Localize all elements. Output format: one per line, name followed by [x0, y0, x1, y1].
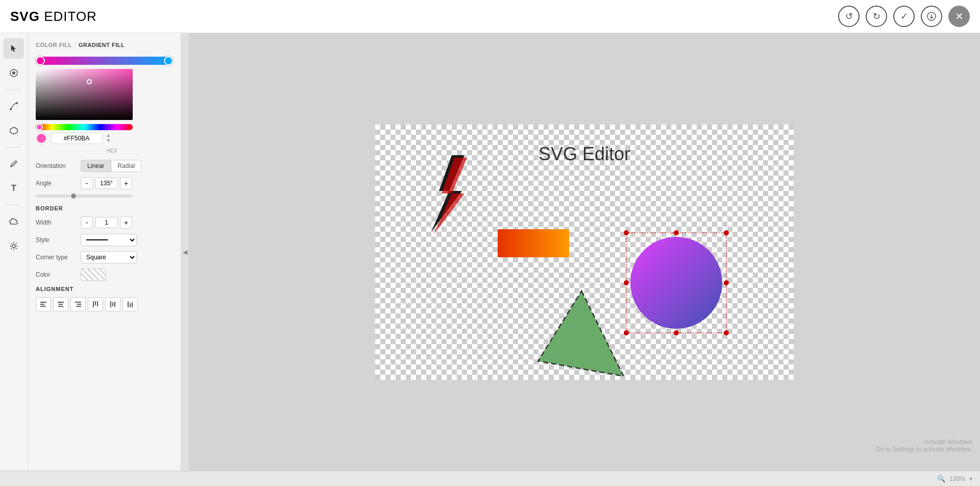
align-bottom-icon: [127, 301, 134, 308]
gradient-track[interactable]: [36, 57, 173, 65]
handle-ml[interactable]: [624, 280, 629, 285]
angle-slider-thumb[interactable]: [70, 192, 77, 200]
corner-type-select[interactable]: Square Round Bevel: [81, 251, 137, 263]
sidebar-separator-2: [6, 147, 21, 148]
svg-rect-21: [97, 301, 98, 306]
handle-tr[interactable]: [724, 230, 729, 235]
handle-br[interactable]: [724, 330, 729, 335]
rect-shape[interactable]: [498, 229, 569, 257]
shape-tool[interactable]: [4, 63, 24, 83]
status-bar: 🔍 100% ▾: [0, 471, 980, 486]
close-button[interactable]: ✕: [948, 6, 970, 27]
gear-icon: [9, 241, 18, 251]
angle-increment-btn[interactable]: +: [120, 177, 132, 189]
svg-rect-15: [58, 306, 63, 307]
border-width-stepper: - 1 +: [81, 216, 132, 229]
hex-input[interactable]: [51, 133, 102, 144]
hex-spinner[interactable]: ▲ ▼: [106, 133, 111, 143]
cloud-tool[interactable]: [4, 211, 24, 232]
border-width-decrement-btn[interactable]: -: [81, 216, 93, 229]
align-left-btn[interactable]: [36, 297, 51, 311]
app-title-svg: SVG: [10, 9, 40, 24]
color-picker-saturation[interactable]: [36, 69, 133, 120]
svg-point-5: [10, 108, 12, 110]
svg-rect-13: [58, 302, 64, 303]
tab-separator: /: [75, 41, 76, 49]
border-style-select[interactable]: ━━━━━━ - - - - · · · ·: [81, 234, 137, 246]
angle-label: Angle: [36, 180, 77, 187]
handle-tl[interactable]: [624, 230, 629, 235]
align-left-icon: [40, 301, 47, 308]
svg-point-4: [12, 71, 15, 75]
align-top-btn[interactable]: [88, 297, 103, 311]
text-icon: T: [11, 184, 16, 193]
select-tool[interactable]: [4, 38, 24, 59]
path-icon: [9, 126, 18, 135]
svg-rect-16: [75, 302, 81, 303]
gradient-thumb-left[interactable]: [36, 56, 45, 65]
align-top-icon: [92, 301, 99, 308]
tab-gradient-fill[interactable]: GRADIENT FILL: [79, 41, 125, 49]
settings-tool[interactable]: [4, 236, 24, 256]
border-width-label: Width: [36, 219, 77, 226]
angle-decrement-btn[interactable]: -: [81, 177, 93, 189]
svg-rect-19: [93, 301, 94, 307]
angle-row: Angle - 135° +: [36, 177, 173, 189]
angle-slider[interactable]: [36, 195, 133, 198]
tab-color-fill[interactable]: COLOR FILL: [36, 41, 72, 49]
handle-bl[interactable]: [624, 330, 629, 335]
orientation-row: Orientation Linear Radial: [36, 160, 173, 172]
download-button[interactable]: [921, 6, 942, 27]
svg-rect-14: [59, 304, 63, 305]
svg-rect-18: [76, 306, 81, 307]
border-width-value[interactable]: 1: [95, 217, 118, 228]
align-middle-h-btn[interactable]: [105, 297, 120, 311]
undo-button[interactable]: ↺: [838, 6, 860, 27]
spinner-down[interactable]: ▼: [106, 138, 111, 143]
app-title: SVG EDITOR: [10, 9, 97, 25]
hue-thumb[interactable]: [36, 124, 43, 131]
confirm-button[interactable]: ✓: [893, 6, 915, 27]
handle-mr[interactable]: [724, 280, 729, 285]
orientation-radial-btn[interactable]: Radial: [111, 160, 141, 172]
border-width-increment-btn[interactable]: +: [120, 216, 132, 229]
align-bottom-btn[interactable]: [122, 297, 138, 311]
text-tool[interactable]: T: [4, 178, 24, 199]
border-color-swatch[interactable]: [81, 269, 106, 281]
svg-rect-12: [40, 306, 45, 307]
handle-tc[interactable]: [674, 230, 679, 235]
align-right-btn[interactable]: [70, 297, 86, 311]
canvas[interactable]: SVG Editor: [375, 125, 794, 380]
border-color-row: Color: [36, 269, 173, 281]
redo-button[interactable]: ↻: [866, 6, 887, 27]
handle-bc[interactable]: [674, 330, 679, 335]
circle-shape[interactable]: [630, 237, 722, 329]
windows-notice-line2: Go to Settings to activate Windows.: [876, 446, 972, 453]
hue-slider[interactable]: [36, 124, 133, 130]
header: SVG EDITOR ↺ ↻ ✓ ✕: [0, 0, 980, 33]
gradient-thumb-right[interactable]: [164, 56, 173, 65]
panel-collapse-handle[interactable]: ◀: [181, 33, 188, 471]
zoom-dropdown-arrow[interactable]: ▾: [969, 475, 972, 482]
svg-rect-27: [132, 302, 133, 307]
border-color-label: Color: [36, 271, 77, 278]
properties-panel: COLOR FILL / GRADIENT FILL ▲ ▼: [28, 33, 181, 471]
pen-tool[interactable]: [4, 96, 24, 116]
orientation-label: Orientation: [36, 162, 77, 169]
pencil-tool[interactable]: [4, 154, 24, 174]
zoom-search-icon: 🔍: [937, 475, 945, 482]
svg-rect-10: [40, 302, 46, 303]
orientation-linear-btn[interactable]: Linear: [81, 160, 111, 172]
orientation-btn-group: Linear Radial: [81, 160, 141, 172]
align-middle-h-icon: [109, 301, 116, 308]
triangle-shape[interactable]: [538, 285, 636, 376]
align-center-v-btn[interactable]: [53, 297, 68, 311]
angle-value[interactable]: 135°: [95, 178, 118, 189]
cursor-icon: [9, 44, 18, 53]
header-actions: ↺ ↻ ✓ ✕: [838, 6, 970, 27]
pen-icon: [9, 102, 18, 111]
border-style-label: Style: [36, 236, 77, 244]
color-swatch[interactable]: [36, 133, 47, 144]
lightning-shape[interactable]: [431, 155, 467, 234]
path-tool[interactable]: [4, 120, 24, 141]
